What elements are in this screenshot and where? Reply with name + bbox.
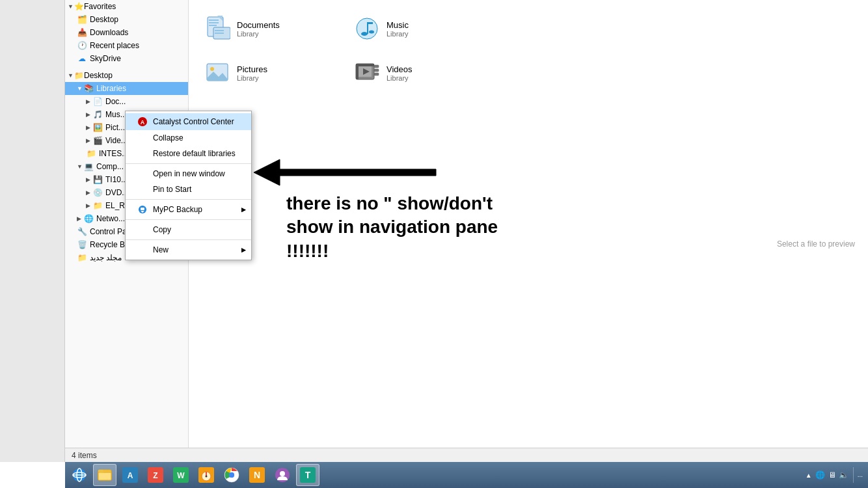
svg-rect-1 [209,20,219,21]
sidebar-item-downloads[interactable]: 📥 Downloads [65,26,188,39]
ti10-arrow: ▶ [86,176,92,183]
library-item-documents[interactable]: Documents Library [202,13,312,44]
sidebar-item-desktop[interactable]: 🗂️ Desktop [65,13,188,26]
ctx-copy[interactable]: Copy [126,222,251,237]
ctx-open-label: Open in new window [153,169,225,178]
comp-icon: 💻 [83,161,94,172]
vid-label: Vide... [105,136,128,145]
ctx-mypc-icon [136,205,149,214]
taskbar-app4[interactable]: W [169,464,193,486]
taskbar-app8[interactable] [271,464,294,486]
svg-rect-17 [356,64,374,66]
intes-icon: 📁 [86,148,96,159]
ti10-icon: 💾 [92,174,103,185]
svg-point-51 [280,471,285,476]
taskbar: A Z W [65,462,868,488]
taskbar-chrome[interactable] [220,464,243,486]
ctx-collapse[interactable]: Collapse [126,130,251,146]
comp-arrow: ▼ [77,163,83,170]
net-icon: 🌐 [83,213,94,224]
svg-rect-27 [141,208,144,210]
tray-volume[interactable]: 🔈 [839,470,849,480]
status-bar: 4 items [65,448,868,462]
library-grid: Documents Library Music Library [202,13,462,88]
taskbar-explorer[interactable] [93,464,116,486]
skydrive-label: SkyDrive [90,54,121,63]
ctx-collapse-label: Collapse [153,133,183,142]
libraries-icon: 📚 [83,83,94,94]
documents-lib-text: Documents Library [237,20,280,38]
taskbar-ie[interactable] [68,464,91,486]
ctx-restore-label: Restore default libraries [153,149,236,158]
preview-label: Select a file to preview [777,239,855,249]
desktop-label: Desktop [90,15,118,24]
taskbar-app3[interactable]: Z [144,464,167,486]
sidebar-item-skydrive[interactable]: ☁ SkyDrive [65,52,188,65]
taskbar-app9[interactable]: T [296,464,319,486]
desktop-section-header[interactable]: ▼ 📁 Desktop [65,69,188,82]
pic-arrow: ▶ [86,124,92,131]
vid-folder-icon: 🎬 [92,135,103,146]
svg-rect-6 [215,30,224,31]
annotation-text: there is no " show/don't show in navigat… [286,192,534,263]
svg-point-47 [229,472,234,478]
ctx-mypc-backup[interactable]: MyPC Backup ▶ [126,202,251,217]
ctx-sep4 [126,239,251,240]
libraries-label: Libraries [96,84,126,93]
sidebar-item-libraries[interactable]: ▼ 📚 Libraries [65,82,188,95]
preview-pane-text: Select a file to preview [777,239,855,249]
music-sub: Library [387,30,409,38]
tray-network[interactable]: 🌐 [815,470,826,480]
tray-time: ... [858,470,863,480]
ctx-pin-start[interactable]: Pin to Start [126,182,251,197]
tray-show-hidden[interactable]: ▲ [804,470,814,480]
svg-rect-7 [215,33,224,34]
svg-text:W: W [177,471,185,480]
newfolder-label: مجلد جديد [90,253,122,262]
left-panel [0,0,65,462]
svg-rect-21 [374,65,379,68]
sidebar-item-recent[interactable]: 🕐 Recent places [65,39,188,52]
cp-icon: 🔧 [77,226,87,237]
recent-icon: 🕐 [77,40,87,51]
pictures-sub: Library [237,74,267,82]
ctx-restore[interactable]: Restore default libraries [126,146,251,161]
svg-point-10 [369,31,374,34]
desktop-icon: 🗂️ [77,14,87,25]
downloads-label: Downloads [90,28,128,37]
ctx-catalyst-icon: A [136,116,149,127]
doc-label: Doc... [105,97,126,106]
svg-text:A: A [128,471,133,480]
taskbar-autohotkey[interactable]: A [118,464,142,486]
library-item-videos[interactable]: Videos Library [351,57,462,88]
tray-computer[interactable]: 🖥 [827,470,837,480]
ctx-new[interactable]: New ▶ [126,242,251,258]
svg-rect-18 [356,64,359,79]
sidebar-item-documents[interactable]: ▶ 📄 Doc... [65,95,188,108]
svg-text:A: A [141,119,145,126]
intes-label: INTES... [99,149,128,158]
library-item-music[interactable]: Music Library [351,13,462,44]
ctx-sep3 [126,219,251,220]
videos-name: Videos [387,64,413,74]
library-item-pictures[interactable]: Pictures Library [202,57,312,88]
videos-lib-text: Videos Library [387,64,413,82]
desktop-section-label: Desktop [84,71,113,80]
net-label: Netwo... [96,214,125,223]
ctx-sep1 [126,163,251,164]
taskbar-notepad[interactable]: N [245,464,269,486]
svg-point-9 [361,32,368,36]
tray-separator [853,467,854,483]
annotation-arrow [254,156,462,191]
pic-label: Pict... [105,123,125,132]
ctx-pin-label: Pin to Start [153,185,191,194]
ctx-sep2 [126,199,251,200]
ctx-catalyst[interactable]: A Catalyst Control Center [126,113,251,130]
annotation-label: there is no " show/don't show in navigat… [286,193,498,261]
ctx-open-new-window[interactable]: Open in new window [126,166,251,182]
taskbar-app5[interactable] [195,464,218,486]
pictures-name: Pictures [237,64,267,74]
favorites-header[interactable]: ▼ ⭐ Favorites [65,0,188,13]
svg-point-44 [206,476,208,478]
items-count: 4 items [72,451,97,460]
